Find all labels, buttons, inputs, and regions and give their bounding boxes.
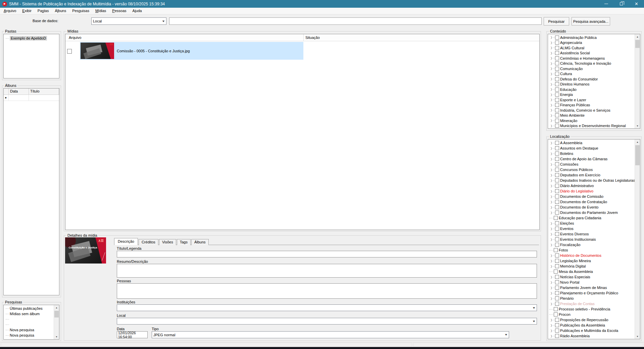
conteudo-item[interactable]: ❯Cultura <box>548 71 635 77</box>
localizacao-checkbox[interactable] <box>554 312 558 316</box>
chevron-right-icon[interactable]: ❯ <box>549 88 553 91</box>
scroll-thumb[interactable] <box>635 40 640 48</box>
localizacao-checkbox[interactable] <box>555 302 559 306</box>
localizacao-checkbox[interactable] <box>554 307 558 311</box>
conteudo-checkbox[interactable] <box>555 41 559 45</box>
conteudo-checkbox[interactable] <box>555 72 559 76</box>
localizacao-item[interactable]: ❯Comissões <box>548 162 635 167</box>
conteudo-item[interactable]: ❯Ciência, Tecnologia e Inovação <box>548 61 635 66</box>
chevron-right-icon[interactable]: ❯ <box>549 335 553 338</box>
localizacao-checkbox[interactable] <box>555 286 559 290</box>
search-button[interactable]: Pesquisar <box>544 17 569 25</box>
chevron-right-icon[interactable]: ❯ <box>549 179 553 182</box>
localizacao-item[interactable]: ❯Notícias Especiais <box>548 274 635 280</box>
tab-álbuns[interactable]: Álbuns <box>191 239 209 245</box>
localizacao-item[interactable]: Mesa da Assembleia <box>548 269 635 274</box>
chevron-right-icon[interactable]: ❯ <box>549 211 553 214</box>
localizacao-item[interactable]: ❯Planejamento e Orçamento Público <box>548 290 635 296</box>
localizacao-checkbox[interactable] <box>555 243 559 247</box>
menu-pastas[interactable]: Pastas <box>35 8 52 14</box>
localizacao-checkbox[interactable] <box>554 216 558 220</box>
localizacao-checkbox[interactable] <box>555 264 559 268</box>
conteudo-checkbox[interactable] <box>555 82 559 86</box>
chevron-right-icon[interactable]: ❯ <box>549 302 553 305</box>
chevron-right-icon[interactable]: ❯ <box>549 200 553 203</box>
localizacao-checkbox[interactable] <box>555 259 559 263</box>
localizacao-item[interactable]: ❯A Assembleia <box>548 140 635 146</box>
conteudo-item[interactable]: ❯Comunicação <box>548 66 635 71</box>
chevron-right-icon[interactable]: ❯ <box>549 292 553 295</box>
chevron-right-icon[interactable]: ❯ <box>549 265 553 268</box>
menu-ajuda[interactable]: Ajuda <box>130 8 145 14</box>
chevron-right-icon[interactable]: ❯ <box>549 152 553 155</box>
localizacao-checkbox[interactable] <box>555 253 559 257</box>
chevron-right-icon[interactable]: ❯ <box>549 329 553 332</box>
chevron-right-icon[interactable]: ❯ <box>549 124 553 127</box>
scroll-down-icon[interactable]: ▼ <box>54 334 59 339</box>
scroll-up-icon[interactable]: ▲ <box>635 34 640 39</box>
chevron-right-icon[interactable]: ❯ <box>549 174 553 177</box>
chevron-right-icon[interactable]: ❯ <box>549 254 553 257</box>
localizacao-item[interactable]: ❯Plenário <box>548 296 635 301</box>
conteudo-item[interactable]: ❯Indústria, Comércio e Serviços <box>548 108 635 113</box>
localizacao-checkbox[interactable] <box>555 275 559 279</box>
conteudo-checkbox[interactable] <box>555 46 559 50</box>
albuns-col-data[interactable]: Data <box>9 89 29 95</box>
chevron-right-icon[interactable]: ❯ <box>549 259 553 263</box>
localizacao-checkbox[interactable] <box>555 323 559 327</box>
albuns-col-titulo[interactable]: Título <box>29 89 59 95</box>
localizacao-checkbox[interactable] <box>555 200 559 204</box>
instituicoes-select[interactable]: ▼ <box>117 304 537 311</box>
conteudo-item[interactable]: ❯Mineração <box>548 118 635 123</box>
chevron-right-icon[interactable]: ❯ <box>549 57 553 60</box>
localizacao-checkbox[interactable] <box>555 189 559 193</box>
conteudo-item[interactable]: ❯Assistência Social <box>548 51 635 56</box>
conteudo-checkbox[interactable] <box>555 103 559 107</box>
chevron-right-icon[interactable]: ❯ <box>549 276 553 279</box>
chevron-right-icon[interactable]: ❯ <box>549 141 553 144</box>
localizacao-item[interactable]: ❯Novo Portal <box>548 280 635 285</box>
localizacao-item[interactable]: ❯Deputados em Exercício <box>548 172 635 178</box>
localizacao-checkbox[interactable] <box>555 280 559 284</box>
conteudo-item[interactable]: ❯ALMG Cultural <box>548 45 635 51</box>
localizacao-item[interactable]: ❯Histórico de Documentos <box>548 253 635 258</box>
tab-créditos[interactable]: Créditos <box>139 239 158 245</box>
chevron-right-icon[interactable]: ❯ <box>549 46 553 49</box>
advanced-search-button[interactable]: Pesquisa avançada... <box>572 17 610 25</box>
pesquisas-item[interactable]: Nova pesquisa <box>4 327 54 333</box>
pesquisas-item[interactable] <box>4 338 54 340</box>
chevron-right-icon[interactable]: ❯ <box>549 168 553 171</box>
chevron-right-icon[interactable]: ❯ <box>549 222 553 225</box>
localizacao-checkbox[interactable] <box>555 221 559 225</box>
localizacao-item[interactable]: ❯Documentos de Comissão <box>548 194 635 199</box>
chevron-right-icon[interactable]: ❯ <box>549 243 553 246</box>
localizacao-item[interactable]: ❯Eventos Diversos <box>548 231 635 237</box>
conteudo-checkbox[interactable] <box>555 124 559 128</box>
localizacao-checkbox[interactable] <box>554 270 558 274</box>
conteudo-item[interactable]: ❯Esporte e Lazer <box>548 97 635 103</box>
conteudo-checkbox[interactable] <box>555 51 559 55</box>
conteudo-checkbox[interactable] <box>555 61 559 65</box>
localizacao-item[interactable]: ❯Fiscalização <box>548 242 635 247</box>
chevron-right-icon[interactable]: ❯ <box>549 62 553 65</box>
localizacao-checkbox[interactable] <box>555 162 559 166</box>
resumo-textarea[interactable] <box>117 264 537 278</box>
menu-exibir[interactable]: Exibir <box>19 8 35 14</box>
localizacao-checkbox[interactable] <box>555 237 559 241</box>
conteudo-checkbox[interactable] <box>555 119 559 123</box>
scroll-up-icon[interactable]: ▲ <box>635 139 640 144</box>
chevron-right-icon[interactable]: ❯ <box>549 72 553 75</box>
titulo-input[interactable] <box>117 251 537 257</box>
chevron-right-icon[interactable]: ❯ <box>549 190 553 193</box>
localizacao-item[interactable]: ❯Eleições <box>548 221 635 226</box>
pastas-tree-item[interactable]: Exemplo de ApelidoD <box>4 35 59 41</box>
close-button[interactable]: ✕ <box>629 0 644 8</box>
chevron-right-icon[interactable]: ❯ <box>549 318 553 322</box>
localizacao-item[interactable]: Processo seletivo - Previdência <box>548 306 635 312</box>
conteudo-checkbox[interactable] <box>555 36 559 40</box>
localizacao-item[interactable]: ❯Rádio Assembleia <box>548 333 635 339</box>
tipo-select[interactable]: JPEG normal ▼ <box>152 331 509 338</box>
localizacao-checkbox[interactable] <box>554 248 558 252</box>
pesquisas-item[interactable]: Nova pesquisa <box>4 333 54 338</box>
chevron-right-icon[interactable]: ❯ <box>549 286 553 289</box>
